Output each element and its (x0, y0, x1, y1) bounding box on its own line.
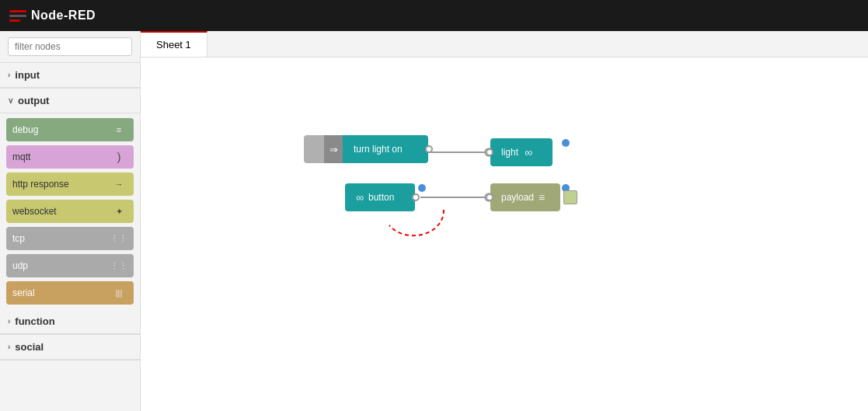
node-debug-icon: ≡ (110, 121, 127, 138)
node-http-response[interactable]: http response → (6, 172, 134, 196)
node-tcp-label: tcp (12, 233, 110, 244)
tab-bar: Sheet 1 (141, 31, 868, 57)
turn-light-on-node[interactable]: ⇒ turn light on (304, 135, 428, 163)
node-udp-icon: ⋮⋮ (110, 257, 127, 274)
light-node[interactable]: light ∞ (490, 138, 553, 166)
node-serial[interactable]: serial ||| (6, 281, 134, 305)
port-dot-button-top (418, 184, 426, 192)
button-label: button (368, 192, 394, 203)
node-http-response-label: http response (12, 179, 110, 190)
main-layout: › input ∨ output debug ≡ mqtt ) ht (0, 31, 868, 411)
sidebar-section-social-label: social (15, 341, 44, 353)
sidebar-section-social-header[interactable]: › social (0, 335, 140, 360)
canvas[interactable]: ⇒ turn light on light ∞ (141, 57, 868, 411)
sidebar-section-input[interactable]: › input (0, 63, 140, 89)
app-title: Node-RED (31, 9, 96, 23)
turn-light-on-label: turn light on (354, 144, 403, 155)
turn-light-on-output-port[interactable] (425, 145, 433, 153)
port-dot-light-top (562, 139, 570, 147)
inject-main-box: turn light on (343, 135, 428, 163)
app-logo: Node-RED (9, 9, 96, 23)
payload-node[interactable]: payload ≡ (490, 183, 560, 211)
node-serial-label: serial (12, 287, 110, 298)
filter-nodes-container (0, 31, 140, 63)
node-websocket-label: websocket (12, 206, 110, 217)
sidebar-section-function-label: function (15, 315, 54, 327)
node-websocket-icon: ✦ (110, 203, 127, 220)
node-websocket[interactable]: websocket ✦ (6, 200, 134, 223)
node-debug[interactable]: debug ≡ (6, 118, 134, 141)
payload-label: payload (501, 192, 534, 203)
sidebar-section-output-content: debug ≡ mqtt ) http response → websocket… (0, 113, 140, 309)
inject-arrow-box: ⇒ (324, 135, 343, 163)
inject-left-box (304, 135, 324, 163)
chevron-right-icon-3: › (8, 343, 10, 351)
payload-right-indicator (563, 190, 577, 204)
button-node[interactable]: ∞ button (345, 183, 415, 211)
logo-lines (9, 10, 26, 22)
logo-line-top (9, 10, 26, 12)
chevron-down-icon: ∨ (8, 96, 13, 105)
node-udp-label: udp (12, 260, 110, 271)
sidebar-section-input-label: input (15, 69, 40, 81)
sidebar: › input ∨ output debug ≡ mqtt ) ht (0, 31, 141, 411)
node-mqtt-icon: ) (110, 148, 127, 165)
logo-line-mid (9, 15, 26, 17)
tab-sheet1-label: Sheet 1 (156, 39, 191, 51)
tab-sheet1[interactable]: Sheet 1 (141, 31, 207, 57)
light-label: light (501, 147, 518, 158)
node-mqtt[interactable]: mqtt ) (6, 145, 134, 169)
list-icon: ≡ (539, 191, 545, 204)
sidebar-section-output-label: output (18, 95, 49, 106)
payload-input-port[interactable] (486, 193, 493, 201)
sidebar-section-output: ∨ output debug ≡ mqtt ) http response → … (0, 89, 140, 309)
filter-nodes-input[interactable] (8, 37, 132, 56)
app-header: Node-RED (0, 0, 868, 31)
sidebar-section-output-header[interactable]: ∨ output (0, 89, 140, 113)
node-debug-label: debug (12, 124, 110, 135)
canvas-area: Sheet 1 (141, 31, 868, 411)
light-input-port[interactable] (486, 148, 493, 156)
node-tcp-icon: ⋮⋮ (110, 230, 127, 247)
node-mqtt-label: mqtt (12, 152, 110, 162)
button-output-port[interactable] (412, 193, 420, 201)
sidebar-section-function-header[interactable]: › function (0, 309, 140, 334)
node-udp[interactable]: udp ⋮⋮ (6, 254, 134, 277)
logo-line-bot (9, 19, 20, 22)
chevron-right-icon: › (8, 71, 10, 79)
node-tcp[interactable]: tcp ⋮⋮ (6, 227, 134, 250)
node-serial-icon: ||| (110, 284, 127, 301)
node-http-response-icon: → (110, 176, 127, 193)
sidebar-section-input-header[interactable]: › input (0, 63, 140, 88)
infinity-icon-2: ∞ (356, 191, 364, 204)
sidebar-section-function[interactable]: › function (0, 309, 140, 335)
canvas-svg (141, 57, 868, 411)
chevron-right-icon-2: › (8, 317, 10, 326)
infinity-icon: ∞ (525, 146, 532, 158)
dashed-arc (389, 210, 444, 235)
sidebar-section-social[interactable]: › social (0, 335, 140, 360)
